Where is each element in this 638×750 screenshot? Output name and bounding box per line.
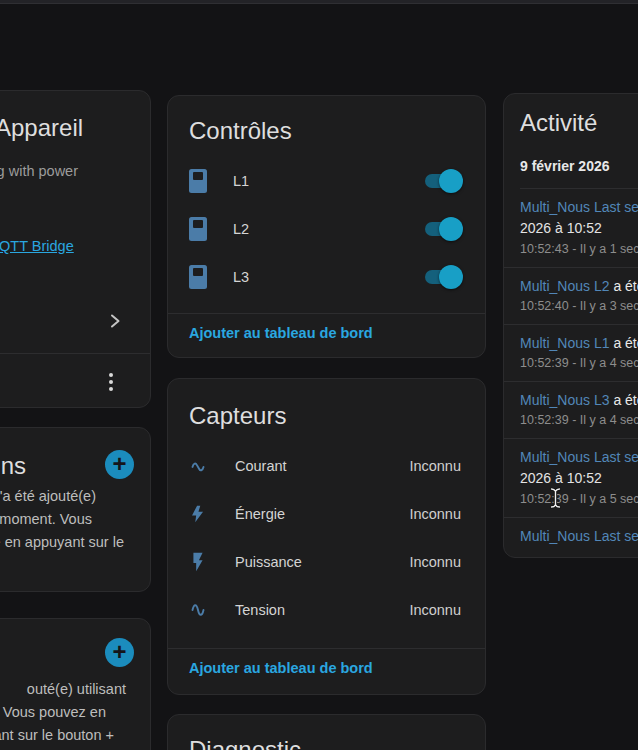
control-row-l2[interactable]: L2: [168, 205, 485, 253]
add-to-dashboard-link[interactable]: Ajouter au tableau de bord: [189, 660, 373, 676]
logbook-entry: Multi_Nous Last seen 2026 à 10:52 10:52:…: [504, 439, 638, 518]
entry-action: a été: [610, 335, 638, 351]
text-cursor: [549, 487, 562, 509]
diagnostic-card-title: Diagnostic: [189, 735, 301, 750]
entry-action: a été: [610, 278, 638, 294]
entry-detail: 2026 à 10:52: [520, 217, 638, 239]
overflow-menu-icon[interactable]: [99, 370, 123, 394]
activity-date-header: 9 février 2026: [520, 158, 638, 189]
entity-link[interactable]: Multi_Nous L3: [520, 392, 610, 408]
sensor-value: Inconnu: [409, 602, 461, 618]
empty-state-line: n'a été ajouté(e): [0, 488, 96, 504]
top-app-bar: [0, 0, 638, 4]
entry-timestamp: 10:52:43 - Il y a 1 seconde: [520, 239, 638, 259]
entry-action: a été: [610, 392, 638, 408]
empty-state-line: t. Vous pouvez en: [0, 704, 106, 720]
diagnostic-card: Diagnostic: [167, 714, 486, 750]
control-row-l3[interactable]: L3: [168, 253, 485, 301]
activity-panel: Activité 9 février 2026 Multi_Nous Last …: [503, 93, 638, 558]
entry-timestamp: 10:52:40 - Il y a 3 secondes: [520, 296, 638, 316]
entity-link[interactable]: Multi_Nous Last seen: [520, 449, 638, 465]
card-divider: [168, 648, 485, 649]
light-switch-icon: [189, 217, 207, 241]
logbook-entry: Multi_Nous L3 a été 10:52:39 - Il y a 4 …: [504, 382, 638, 439]
sensor-label: Courant: [235, 458, 409, 474]
activity-title: Activité: [520, 108, 638, 138]
empty-state-line: e en appuyant sur le: [0, 534, 124, 550]
logbook-entry: Multi_Nous Last seen 2026 à 10:52 10:52:…: [504, 189, 638, 268]
sensors-card: Capteurs Courant Inconnu Énergie Inconnu…: [167, 378, 486, 695]
entity-link[interactable]: Multi_Nous Last seen: [520, 528, 638, 544]
automations-card: ns + n'a été ajouté(e) moment. Vous e en…: [0, 427, 151, 592]
mqtt-bridge-link[interactable]: MQTT Bridge: [0, 238, 74, 254]
card-divider: [168, 313, 485, 314]
sensor-label: Énergie: [235, 506, 409, 522]
logbook-entry: Multi_Nous L2 a été 10:52:40 - Il y a 3 …: [504, 268, 638, 325]
l3-toggle-switch[interactable]: [425, 270, 461, 284]
entry-timestamp: 10:52:39 - Il y a 4 secondes: [520, 353, 638, 373]
empty-state-line: outé(e) utilisant: [27, 681, 126, 697]
add-scene-button[interactable]: +: [105, 638, 134, 667]
entity-link[interactable]: Multi_Nous Last seen: [520, 199, 638, 215]
logbook-entry: Multi_Nous L1 a été 10:52:39 - Il y a 4 …: [504, 325, 638, 382]
sensor-row-puissance[interactable]: Puissance Inconnu: [168, 538, 485, 586]
device-info-card: Appareil g with power MQTT Bridge: [0, 90, 151, 408]
add-automation-button[interactable]: +: [105, 450, 134, 479]
sensor-row-energie[interactable]: Énergie Inconnu: [168, 490, 485, 538]
entry-detail: 2026 à 10:52: [520, 467, 638, 489]
control-row-l1[interactable]: L1: [168, 157, 485, 205]
control-label: L2: [233, 221, 425, 237]
current-ac-icon: [187, 455, 209, 477]
device-description: g with power: [0, 163, 78, 179]
lightning-bolt-icon: [187, 503, 209, 525]
sensor-row-courant[interactable]: Courant Inconnu: [168, 442, 485, 490]
add-to-dashboard-link[interactable]: Ajouter au tableau de bord: [189, 325, 373, 341]
flash-icon: [187, 551, 209, 573]
scenes-card: + outé(e) utilisant t. Vous pouvez en ra…: [0, 618, 151, 750]
sensor-label: Tension: [235, 602, 409, 618]
empty-state-line: moment. Vous: [0, 511, 92, 527]
device-card-title: Appareil: [0, 113, 83, 142]
chevron-right-icon[interactable]: [107, 313, 123, 329]
empty-state-line: rant sur le bouton +: [0, 727, 114, 743]
entry-timestamp: 10:52:39 - Il y a 5 secondes: [520, 489, 638, 509]
controls-card: Contrôles L1 L2 L3 Ajouter au tableau de…: [167, 95, 486, 358]
control-label: L3: [233, 269, 425, 285]
controls-card-title: Contrôles: [189, 116, 292, 145]
entry-timestamp: 10:52:39 - Il y a 4 secondes: [520, 410, 638, 430]
light-switch-icon: [189, 265, 207, 289]
l1-toggle-switch[interactable]: [425, 174, 461, 188]
sensor-value: Inconnu: [409, 506, 461, 522]
automations-card-title: ns: [1, 451, 26, 480]
control-label: L1: [233, 173, 425, 189]
sine-wave-icon: [187, 599, 209, 621]
light-switch-icon: [189, 169, 207, 193]
sensor-value: Inconnu: [409, 458, 461, 474]
entity-link[interactable]: Multi_Nous L1: [520, 335, 610, 351]
sensor-value: Inconnu: [409, 554, 461, 570]
entity-link[interactable]: Multi_Nous L2: [520, 278, 610, 294]
sensors-card-title: Capteurs: [189, 401, 286, 430]
l2-toggle-switch[interactable]: [425, 222, 461, 236]
sensor-label: Puissance: [235, 554, 409, 570]
logbook-entry: Multi_Nous Last seen: [504, 518, 638, 554]
card-divider: [0, 353, 150, 354]
sensor-row-tension[interactable]: Tension Inconnu: [168, 586, 485, 634]
